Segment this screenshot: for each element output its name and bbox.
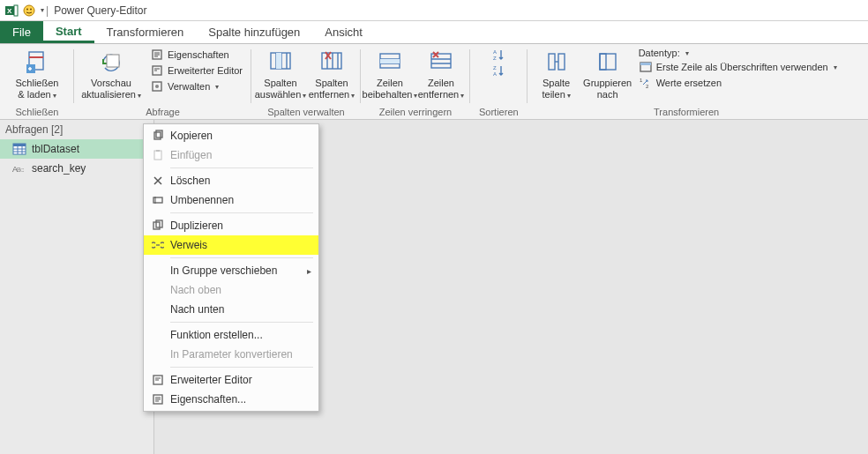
ctx-copy-label: Kopieren (170, 130, 213, 142)
use-first-row-headers-button[interactable]: Erste Zeile als Überschriften verwenden▾ (639, 60, 837, 74)
ctx-move-down[interactable]: Nach unten (144, 300, 318, 319)
group-label-spalten: Spalten verwalten (267, 105, 344, 117)
copy-icon (149, 130, 167, 142)
tab-spalte-hinzufuegen[interactable]: Spalte hinzufügen (196, 21, 312, 43)
split-column-icon (542, 48, 571, 76)
group-label-zeilen: Zeilen verringern (379, 105, 453, 117)
manage-label: Verwalten (168, 81, 210, 92)
svg-text:A: A (493, 71, 497, 77)
keep-rows-label: Zeilenbeibehalten▾ (363, 78, 418, 100)
ctx-move-group-label: In Gruppe verschieben (170, 264, 277, 277)
app-icon-excel: X (4, 3, 19, 19)
manage-button[interactable]: Verwalten▾ (150, 79, 243, 93)
data-type-dropdown[interactable]: Datentyp:▾ (639, 48, 837, 58)
tab-file[interactable]: File (0, 21, 43, 43)
qat-smiley-icon[interactable] (21, 3, 37, 19)
reference-icon (149, 239, 167, 251)
group-by-button[interactable]: Gruppierennach (587, 48, 628, 100)
ctx-delete[interactable]: Löschen (144, 171, 318, 190)
ctx-advanced-editor[interactable]: Erweiterter Editor (144, 370, 318, 390)
remove-columns-button[interactable]: Spaltenentfernen▾ (311, 48, 352, 100)
remove-columns-icon (318, 48, 346, 76)
sort-desc-button[interactable]: ZA (491, 63, 505, 78)
ctx-move-up-label: Nach oben (170, 284, 221, 296)
ctx-copy[interactable]: Kopieren (144, 126, 318, 145)
ctx-sep (170, 367, 313, 368)
qat-dropdown-icon[interactable]: ▾ (41, 6, 44, 14)
refresh-preview-button[interactable]: Vorschauaktualisieren▾ (83, 48, 139, 100)
data-type-label: Datentyp: (639, 48, 680, 58)
properties-button[interactable]: Eigenschaften (150, 48, 243, 62)
ctx-properties[interactable]: Eigenschaften... (144, 390, 318, 409)
remove-rows-button[interactable]: Zeilenentfernen▾ (421, 48, 461, 100)
first-row-headers-label: Erste Zeile als Überschriften verwenden (656, 62, 828, 72)
svg-rect-2 (14, 5, 18, 16)
close-and-load-button[interactable]: Schließen& laden▾ (9, 48, 65, 100)
split-column-button[interactable]: Spalteteilen▾ (536, 48, 577, 100)
remove-rows-icon (427, 48, 455, 76)
ctx-to-param-label: In Parameter konvertieren (170, 348, 293, 361)
refresh-label: Vorschauaktualisieren▾ (81, 78, 141, 100)
ctx-props-label: Eigenschaften... (170, 393, 246, 406)
ctx-rename[interactable]: Umbenennen (144, 190, 318, 210)
svg-rect-25 (600, 54, 616, 70)
group-schliessen: Schließen& laden▾ Schließen (0, 44, 74, 119)
query-item-label: search_key (32, 162, 86, 175)
group-sortieren: AZ ZA Sortieren (470, 44, 528, 119)
group-zeilen-verringern: Zeilenbeibehalten▾ Zeilenentfernen▾ Zeil… (361, 44, 470, 119)
table-icon (12, 143, 26, 155)
svg-text:X: X (7, 7, 12, 15)
ctx-move-to-group[interactable]: In Gruppe verschieben ▸ (144, 261, 318, 280)
query-item-tbldataset[interactable]: tblDataset (0, 139, 153, 159)
ctx-sep (170, 322, 313, 323)
refresh-icon (97, 48, 125, 76)
svg-point-5 (30, 8, 32, 10)
tab-ansicht[interactable]: Ansicht (312, 21, 375, 43)
group-label-sortieren: Sortieren (479, 105, 519, 117)
replace-values-button[interactable]: 12 Werte ersetzen (639, 76, 837, 90)
queries-header: Abfragen [2] ‹ (0, 120, 153, 139)
ctx-reference[interactable]: Verweis (144, 235, 318, 255)
ctx-create-function[interactable]: Funktion erstellen... (144, 325, 318, 345)
qat-separator: | (46, 4, 49, 17)
svg-rect-24 (558, 54, 565, 70)
queries-pane: Abfragen [2] ‹ tblDataset ABC search_key… (0, 120, 154, 454)
group-label-transformieren: Transformieren (654, 105, 719, 117)
svg-rect-15 (322, 53, 341, 69)
query-item-label: tblDataset (32, 143, 79, 155)
svg-text:C: C (20, 167, 25, 173)
rename-icon (149, 194, 167, 206)
delete-icon (149, 175, 167, 187)
advanced-editor-button[interactable]: Erweiterter Editor (150, 63, 243, 78)
remove-columns-label: Spaltenentfernen▾ (309, 78, 355, 100)
replace-values-icon: 12 (639, 76, 653, 90)
advanced-editor-icon (149, 374, 167, 386)
svg-rect-39 (156, 150, 160, 152)
ctx-duplicate[interactable]: Duplizieren (144, 216, 318, 235)
svg-rect-14 (276, 53, 281, 69)
sort-asc-button[interactable]: AZ (491, 48, 505, 62)
ctx-reference-label: Verweis (170, 239, 207, 251)
text-value-icon: ABC (12, 162, 26, 175)
ribbon-tabs: File Start Transformieren Spalte hinzufü… (0, 21, 868, 44)
svg-rect-36 (154, 132, 161, 139)
ctx-sep (170, 212, 313, 213)
choose-columns-button[interactable]: Spaltenauswählen▾ (260, 48, 301, 100)
paste-icon (149, 149, 167, 161)
ctx-sep (170, 257, 313, 258)
ctx-delete-label: Löschen (170, 175, 210, 187)
keep-rows-button[interactable]: Zeilenbeibehalten▾ (370, 48, 410, 100)
ctx-sep (170, 167, 313, 168)
manage-icon (150, 79, 164, 93)
query-item-search-key[interactable]: ABC search_key (0, 159, 153, 178)
group-label-schliessen: Schließen (16, 105, 59, 117)
sort-desc-icon: ZA (491, 63, 505, 78)
submenu-caret-icon: ▸ (307, 266, 311, 276)
tab-transformieren[interactable]: Transformieren (94, 21, 197, 43)
svg-point-3 (24, 5, 34, 16)
svg-text:A: A (493, 49, 497, 55)
choose-columns-label: Spaltenauswählen▾ (255, 78, 307, 100)
close-load-label: Schließen& laden▾ (16, 78, 59, 100)
choose-columns-icon (266, 48, 295, 76)
tab-start[interactable]: Start (43, 21, 94, 43)
